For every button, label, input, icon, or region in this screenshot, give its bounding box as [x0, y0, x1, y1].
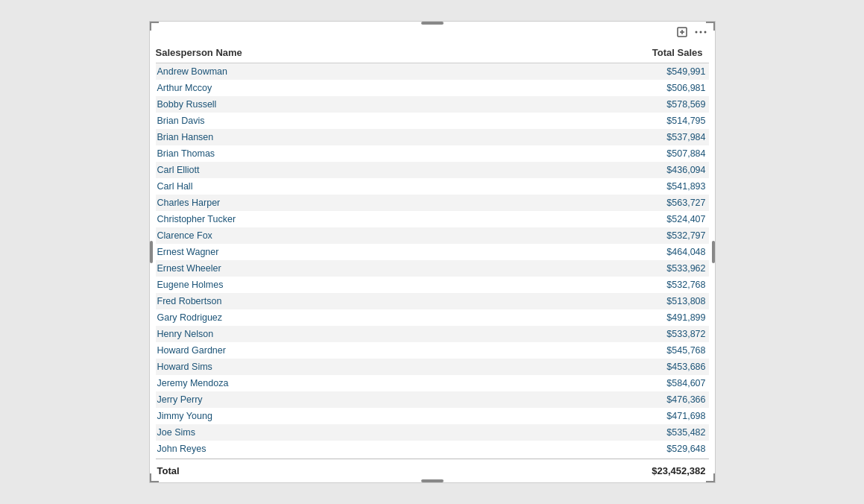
- cell-salesperson-name: Jeremy Mendoza: [156, 375, 499, 391]
- cell-salesperson-name: Fred Robertson: [156, 293, 499, 309]
- table-container[interactable]: Salesperson Name Total Sales Andrew Bowm…: [156, 42, 709, 457]
- table-row: Ernest Wagner$464,048: [156, 244, 709, 260]
- cell-total-sales: $549,991: [499, 63, 709, 81]
- cell-total-sales: $532,768: [499, 277, 709, 293]
- cell-total-sales: $506,981: [499, 80, 709, 96]
- cell-salesperson-name: Ernest Wagner: [156, 244, 499, 260]
- cell-total-sales: $545,768: [499, 342, 709, 359]
- cell-total-sales: $578,569: [499, 96, 709, 113]
- table-row: Jeremy Mendoza$584,607: [156, 375, 709, 391]
- cell-total-sales: $535,482: [499, 424, 709, 441]
- table-row: Howard Sims$453,686: [156, 359, 709, 375]
- table-row: Clarence Fox$532,797: [156, 227, 709, 244]
- cell-total-sales: $584,607: [499, 375, 709, 391]
- total-label: Total: [157, 465, 180, 476]
- cell-total-sales: $537,984: [499, 129, 709, 145]
- cell-salesperson-name: Arthur Mccoy: [156, 80, 499, 96]
- cell-salesperson-name: John Reyes: [156, 441, 499, 457]
- table-row: Carl Elliott$436,094: [156, 162, 709, 178]
- cell-total-sales: $563,727: [499, 195, 709, 211]
- cell-total-sales: $507,884: [499, 145, 709, 162]
- cell-salesperson-name: Jerry Perry: [156, 391, 499, 408]
- table-row: Ernest Wheeler$533,962: [156, 260, 709, 277]
- table-row: Christopher Tucker$524,407: [156, 211, 709, 227]
- svg-point-4: [699, 31, 701, 34]
- cell-total-sales: $464,048: [499, 244, 709, 260]
- resize-handle-bottom[interactable]: [421, 479, 444, 482]
- cell-salesperson-name: Brian Hansen: [156, 129, 499, 145]
- report-panel: Salesperson Name Total Sales Andrew Bowm…: [149, 21, 716, 483]
- cell-salesperson-name: Carl Hall: [156, 178, 499, 195]
- cell-total-sales: $491,899: [499, 309, 709, 326]
- table-row: Brian Thomas$507,884: [156, 145, 709, 162]
- cell-total-sales: $529,648: [499, 441, 709, 457]
- resize-handle-bl[interactable]: [150, 473, 159, 482]
- cell-salesperson-name: Bobby Russell: [156, 96, 499, 113]
- table-row: John Reyes$529,648: [156, 441, 709, 457]
- cell-total-sales: $436,094: [499, 162, 709, 178]
- table-row: Gary Rodriguez$491,899: [156, 309, 709, 326]
- resize-handle-br[interactable]: [706, 473, 715, 482]
- table-row: Henry Nelson$533,872: [156, 326, 709, 342]
- resize-handle-top[interactable]: [421, 22, 444, 25]
- cell-salesperson-name: Christopher Tucker: [156, 211, 499, 227]
- resize-handle-tr[interactable]: [706, 22, 715, 31]
- table-row: Brian Hansen$537,984: [156, 129, 709, 145]
- table-row: Jerry Perry$476,366: [156, 391, 709, 408]
- cell-salesperson-name: Ernest Wheeler: [156, 260, 499, 277]
- cell-total-sales: $541,893: [499, 178, 709, 195]
- cell-total-sales: $471,698: [499, 408, 709, 424]
- table-row: Howard Gardner$545,768: [156, 342, 709, 359]
- cell-salesperson-name: Jimmy Young: [156, 408, 499, 424]
- cell-salesperson-name: Joe Sims: [156, 424, 499, 441]
- cell-total-sales: $513,808: [499, 293, 709, 309]
- table-row: Charles Harper$563,727: [156, 195, 709, 211]
- svg-point-5: [704, 31, 706, 34]
- cell-salesperson-name: Brian Davis: [156, 113, 499, 129]
- edit-icon[interactable]: [676, 26, 688, 38]
- cell-salesperson-name: Andrew Bowman: [156, 63, 499, 81]
- resize-handle-right[interactable]: [712, 241, 715, 263]
- cell-total-sales: $476,366: [499, 391, 709, 408]
- table-row: Jimmy Young$471,698: [156, 408, 709, 424]
- sales-table: Salesperson Name Total Sales Andrew Bowm…: [156, 42, 709, 457]
- table-row: Bobby Russell$578,569: [156, 96, 709, 113]
- table-row: Brian Davis$514,795: [156, 113, 709, 129]
- cell-salesperson-name: Howard Sims: [156, 359, 499, 375]
- cell-salesperson-name: Henry Nelson: [156, 326, 499, 342]
- cell-salesperson-name: Charles Harper: [156, 195, 499, 211]
- cell-total-sales: $514,795: [499, 113, 709, 129]
- table-row: Eugene Holmes$532,768: [156, 277, 709, 293]
- cell-total-sales: $533,962: [499, 260, 709, 277]
- cell-salesperson-name: Howard Gardner: [156, 342, 499, 359]
- table-row: Joe Sims$535,482: [156, 424, 709, 441]
- cell-total-sales: $532,797: [499, 227, 709, 244]
- cell-total-sales: $533,872: [499, 326, 709, 342]
- col-header-name: Salesperson Name: [156, 42, 499, 63]
- cell-total-sales: $524,407: [499, 211, 709, 227]
- svg-point-3: [695, 31, 697, 34]
- cell-salesperson-name: Carl Elliott: [156, 162, 499, 178]
- total-value: $23,452,382: [652, 465, 705, 476]
- panel-content: Salesperson Name Total Sales Andrew Bowm…: [150, 42, 715, 482]
- cell-salesperson-name: Eugene Holmes: [156, 277, 499, 293]
- col-header-sales: Total Sales: [499, 42, 709, 63]
- cell-total-sales: $453,686: [499, 359, 709, 375]
- cell-salesperson-name: Clarence Fox: [156, 227, 499, 244]
- table-row: Andrew Bowman$549,991: [156, 63, 709, 81]
- resize-handle-left[interactable]: [150, 241, 153, 263]
- panel-toolbar: [150, 22, 715, 42]
- table-row: Carl Hall$541,893: [156, 178, 709, 195]
- cell-salesperson-name: Brian Thomas: [156, 145, 499, 162]
- table-row: Arthur Mccoy$506,981: [156, 80, 709, 96]
- cell-salesperson-name: Gary Rodriguez: [156, 309, 499, 326]
- resize-handle-tl[interactable]: [150, 22, 159, 31]
- table-row: Fred Robertson$513,808: [156, 293, 709, 309]
